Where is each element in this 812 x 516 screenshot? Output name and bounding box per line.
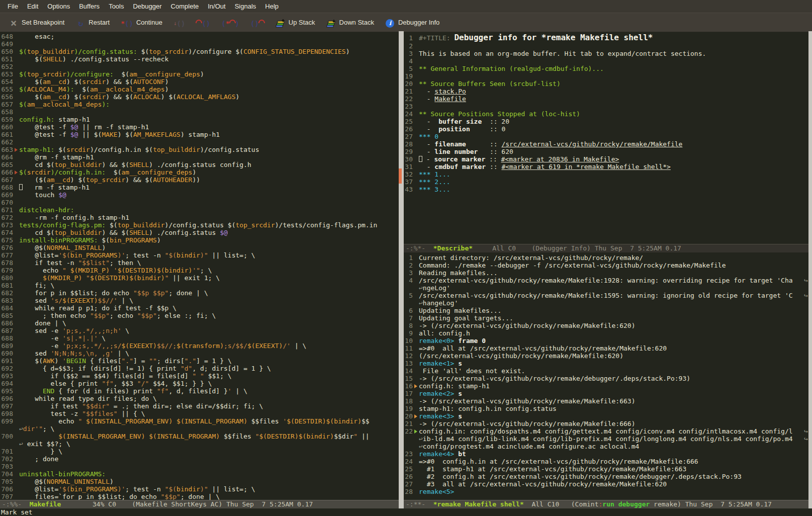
step-over-button[interactable]: (*) [216,15,245,30]
line-655[interactable]: 655$(ACLOCAL_M4): $(am__aclocal_m4_deps) [1,85,399,93]
line-5[interactable]: 5↪/src/external-vcs/github/rocky/remake/… [405,292,808,299]
right-scrollbar[interactable] [808,31,812,508]
line-654[interactable]: 654 $(am__cd) $(srcdir) && $(AUTOCONF) [1,78,399,85]
line-5[interactable]: 5** General Information (realgud-cmdbuf-… [405,65,808,72]
line-705[interactable]: 705 @$(NORMAL_UNINSTALL) [1,478,399,485]
line-670[interactable]: 670 [1,199,399,206]
line-666[interactable]: 666$(srcdir)/config.h.in: $(am__configur… [1,168,399,176]
line-676[interactable]: 676 @$(NORMAL_INSTALL) [1,244,399,251]
finish-button[interactable]: () [245,15,270,30]
line-671[interactable]: 671distclean-hdr: [1,206,399,214]
menu-signals[interactable]: Signals [230,3,261,10]
line-668[interactable]: 668 rm -f stamp-h1 [1,184,399,191]
line-663[interactable]: 663stamp-h1: $(srcdir)/config.h.in $(top… [1,146,399,153]
line-669[interactable]: 669 touch $@ [1,191,399,199]
debugger-info-button[interactable]: iDebugger Info [380,15,445,30]
line-665[interactable]: 665 cd $(top_builddir) && $(SHELL) ./con… [1,161,399,168]
line-689[interactable]: 689 -e 'p;x;s,.*/,,;s/$(EXEEXT)$$//;$(tr… [1,342,399,350]
line-674[interactable]: 674 cd $(top_builddir) && $(SHELL) ./con… [1,229,399,236]
line-11[interactable]: 11=>#0 all at /src/external-vcs/github/r… [405,345,808,352]
line-693[interactable]: 693 if ($$2 == $$4) files[d] = files[d] … [1,372,399,380]
menu-options[interactable]: Options [43,3,74,10]
line-3[interactable]: 3This is based on an org-mode buffer. Hi… [405,50,808,57]
line-649[interactable]: 649 [1,40,399,48]
line-679[interactable]: 679 echo " $(MKDIR_P) '$(DESTDIR)$(bindi… [1,267,399,274]
line-2[interactable]: 2Command: ./remake --debugger -f /src/ex… [405,262,808,269]
line-continuation[interactable]: ↪↩ib-ld.m4 config/lib-link.m4 config/lib… [405,435,808,443]
set-breakpoint-button[interactable]: ×Set Breakpoint [3,15,70,30]
line-10[interactable]: 10remake<0> frame 0 [405,337,808,345]
line-9[interactable]: 9all: config.h [405,329,808,337]
line-702[interactable]: 702 ; done [1,455,399,463]
menu-inout[interactable]: In/Out [203,3,230,10]
line-706[interactable]: 706 @list='$(bin_PROGRAMS)'; test -n "$(… [1,485,399,493]
debugger-info-buffer[interactable]: 1#+TITLE: Debugger info for *remake Make… [404,31,808,244]
line-17[interactable]: 17remake<2> s [405,390,808,397]
menu-debugger[interactable]: Debugger [128,3,166,10]
line-658[interactable]: 658 [1,108,399,116]
line-675[interactable]: 675install-binPROGRAMS: $(bin_PROGRAMS) [1,236,399,244]
line-23[interactable]: 23remake<4> bt [405,450,808,458]
line-16[interactable]: 16config.h: stamp-h1 [405,382,808,390]
line-660[interactable]: 660 @test -f $@ || rm -f stamp-h1 [1,123,399,131]
line-15[interactable]: 15-> (/src/external-vcs/github/rocky/rem… [405,375,808,382]
link[interactable]: Makefile [434,95,466,103]
line-8[interactable]: 8-> (/src/external-vcs/github/rocky/rema… [405,322,808,329]
menu-buffers[interactable]: Buffers [74,3,104,10]
line-19[interactable]: 19 [405,72,808,80]
line-4[interactable]: 4 [405,57,808,65]
up-stack-button[interactable]: Up Stack [270,15,321,30]
line-688[interactable]: 688 -e 's|.*|.|' \ [1,334,399,342]
menu-edit[interactable]: Edit [23,3,43,10]
line-677[interactable]: 677 @list='$(bin_PROGRAMS)'; test -n "$(… [1,251,399,259]
line-687[interactable]: 687 sed -e 'p;s,.*/,,;n;h' \ [1,327,399,334]
line-14[interactable]: 14 File 'all' does not exist. [405,367,808,375]
line-678[interactable]: 678 if test -n "$$list"; then \ [1,259,399,267]
link[interactable]: #<marker at 20836 in Makefile> [501,155,619,163]
step-button[interactable]: ↓() [168,15,191,30]
line-26[interactable]: 26 - position :: 0 [405,125,808,133]
next-button[interactable]: () [191,15,216,30]
line-1[interactable]: 1#+TITLE: Debugger info for *remake Make… [405,33,808,42]
line-12[interactable]: 12(/src/external-vcs/github/rocky/remake… [405,352,808,360]
line-707[interactable]: 707 files=`for p in $$list; do echo "$$p… [1,493,399,500]
line-692[interactable]: 692 { d=$$3; if (dirs[d] != 1) { print "… [1,365,399,372]
line-18[interactable]: 18-> (/src/external-vcs/github/rocky/rem… [405,397,808,405]
line-653[interactable]: 653$(top_srcdir)/configure: $(am__config… [1,70,399,78]
line-651[interactable]: 651 $(SHELL) ./config.status --recheck [1,55,399,63]
line-685[interactable]: 685 ; then echo "$$p"; echo "$$p"; else … [1,312,399,319]
line-continuation[interactable]: ↩ exit $$?; \ [1,440,399,448]
line-25[interactable]: 25 - buffer size :: 20 [405,118,808,125]
line-29[interactable]: 29 - line number :: 620 [405,148,808,155]
line-27[interactable]: 27*** 0 [405,133,808,140]
line-32[interactable]: 32*** 1... [405,170,808,178]
line-680[interactable]: 680 $(MKDIR_P) "$(DESTDIR)$(bindir)" || … [1,274,399,282]
line-682[interactable]: 682 for p in $$list; do echo "$$p $$p"; … [1,289,399,297]
line-690[interactable]: 690 sed 'N;N;N;s,\n, ,g' | \ [1,350,399,357]
line-657[interactable]: 657$(am__aclocal_m4_deps): [1,101,399,108]
line-684[interactable]: 684 while read p p1; do if test -f $$p \ [1,304,399,312]
line-694[interactable]: 694 else { print "f", $$3 "/" $$4, $$1; … [1,380,399,387]
menu-help[interactable]: Help [260,3,283,10]
middle-scrollbar[interactable] [399,31,404,508]
line-37[interactable]: 37*** 2... [405,178,808,186]
line-695[interactable]: 695 END { for (d in files) print "f", d,… [1,387,399,395]
line-24[interactable]: 24** Source Positions Stopped at (loc-hi… [405,110,808,118]
line-704[interactable]: 704uninstall-binPROGRAMS: [1,470,399,478]
makefile-buffer[interactable]: 648 esac;649650$(top_builddir)/config.st… [0,31,399,500]
describe-modeline[interactable]: -:%*- *Describe* All C0 (Debugger Info) … [404,244,808,252]
line-25[interactable]: 25 #1 stamp-h1 at /src/external-vcs/gith… [405,465,808,473]
line-43[interactable]: 43*** 3... [405,186,808,193]
line-648[interactable]: 648 esac; [1,33,399,40]
continue-button[interactable]: *()Continue [115,15,168,30]
line-662[interactable]: 662 [1,138,399,146]
line-7[interactable]: 7Updating goal targets... [405,314,808,322]
line-28[interactable]: 28 - filename :: /src/external-vcs/githu… [405,140,808,148]
link[interactable]: #<marker at 619 in *remake Makefile shel… [501,163,671,170]
makefile-modeline[interactable]: -:%%- Makefile 34% C0 (Makefile ShortKey… [0,500,399,508]
line-652[interactable]: 652 [1,63,399,70]
down-stack-button[interactable]: Down Stack [321,15,380,30]
line-13[interactable]: 13remake<1> s [405,360,808,367]
line-681[interactable]: 681 fi; \ [1,282,399,289]
line-26[interactable]: 26 #2 config.h at /src/external-vcs/gith… [405,473,808,480]
